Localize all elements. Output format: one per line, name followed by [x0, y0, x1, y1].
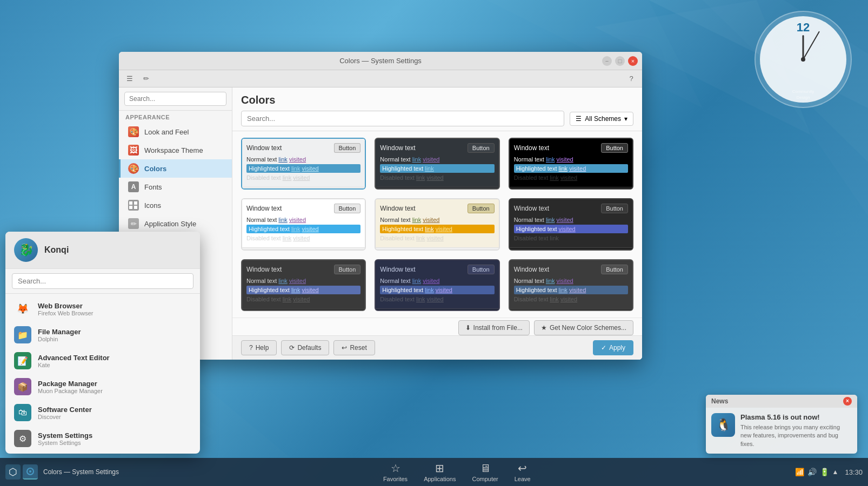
breeze-hc-button[interactable]: Button — [601, 143, 628, 153]
window-title: Colors — System Settings — [123, 57, 638, 65]
taskbar-nav-leave[interactable]: ↩ Leave — [515, 462, 531, 482]
scheme-preview-breeze: Window text Button Normal text link visi… — [242, 139, 365, 187]
maximize-button[interactable]: □ — [615, 56, 625, 66]
close-button[interactable]: × — [628, 56, 638, 66]
kde-menu-item-software-center[interactable]: 🛍 Software Center Discover — [5, 400, 200, 426]
defaults-button[interactable]: ⟳ Defaults — [281, 340, 329, 355]
checkmark-icon: ✓ — [601, 344, 606, 352]
scheme9-highlighted-link: link — [559, 287, 568, 293]
web-browser-icon: 🦊 — [14, 300, 31, 318]
package-manager-text: Package Manager Muon Package Manager — [38, 380, 191, 394]
taskbar-nav-computer[interactable]: 🖥 Computer — [472, 462, 498, 482]
breeze-light-button[interactable]: Button — [334, 204, 361, 213]
kde-menu-item-package-manager[interactable]: 📦 Package Manager Muon Package Manager — [5, 374, 200, 400]
kde-menu-item-file-manager[interactable]: 📁 File Manager Dolphin — [5, 322, 200, 348]
text-editor-subtitle: Kate — [38, 362, 191, 368]
kde-menu-item-web-browser[interactable]: 🦊 Web Browser Firefox Web Browser — [5, 296, 200, 322]
app-launcher-icon[interactable]: ⬡ — [5, 464, 21, 480]
get-new-schemes-button[interactable]: ★ Get New Color Schemes... — [534, 320, 633, 335]
scheme-card-breeze[interactable]: Window text Button Normal text link visi… — [241, 138, 366, 190]
fonts-icon: A — [128, 181, 139, 192]
reset-button[interactable]: ↩ Reset — [333, 340, 375, 355]
taskbar-nav-favorites[interactable]: ☆ Favorites — [383, 462, 408, 482]
scheme7-disabled-link: link — [283, 296, 292, 302]
breeze-button[interactable]: Button — [334, 143, 361, 153]
apply-button[interactable]: ✓ Apply — [593, 340, 633, 355]
notification-close-button[interactable]: × — [843, 397, 852, 406]
software-center-icon: 🛍 — [14, 404, 31, 421]
honeycomb-highlighted: Highlighted text link visited — [380, 225, 494, 233]
breeze-highlighted-visited: visited — [302, 165, 318, 172]
kde-menu-item-text-editor[interactable]: 📝 Advanced Text Editor Kate — [5, 348, 200, 374]
scheme-card-breeze-hc[interactable]: Window text Button Normal text link visi… — [509, 138, 633, 190]
toolbar-help-icon[interactable]: ? — [625, 72, 638, 85]
window-titlebar: Colors — System Settings − □ × — [119, 52, 642, 70]
sidebar-search-input[interactable] — [124, 92, 226, 106]
breeze-highlighted: Highlighted text link visited — [246, 164, 360, 173]
colors-icon: 🎨 — [128, 163, 139, 174]
scheme-card-scheme7[interactable]: Window text Button Normal text link visi… — [241, 259, 366, 311]
system-settings-subtitle: System Settings — [38, 440, 191, 446]
install-label: Install from File... — [473, 324, 523, 332]
tray-network-icon[interactable]: 📶 — [795, 468, 804, 476]
breeze-dark-button[interactable]: Button — [468, 143, 495, 153]
breeze-hc-normal-text: Normal text link visited — [514, 156, 628, 163]
taskbar: ⬡ Colors — System Settings ☆ Favorites ⊞… — [0, 458, 868, 486]
honeycomb-button[interactable]: Button — [468, 204, 495, 213]
breeze-dark-normal-link: link — [412, 156, 422, 163]
sidebar-item-colors[interactable]: 🎨 Colors — [119, 159, 232, 178]
kde-menu-items: 🦊 Web Browser Firefox Web Browser 📁 File… — [5, 294, 200, 454]
scheme7-disabled-visited: visited — [293, 296, 310, 302]
scheme9-button[interactable]: Button — [601, 265, 628, 274]
scheme-card-krita[interactable]: Window text Button Normal text link visi… — [509, 198, 633, 250]
scheme8-button[interactable]: Button — [468, 265, 495, 274]
breeze-light-highlighted-link: link — [291, 226, 301, 232]
kde-menu-item-system-settings[interactable]: ⚙ System Settings System Settings — [5, 426, 200, 451]
scheme-filter-dropdown[interactable]: ☰ All Schemes ▾ — [570, 112, 633, 126]
tray-battery-icon[interactable]: 🔋 — [820, 468, 829, 476]
tray-volume-icon[interactable]: 🔊 — [807, 468, 817, 476]
file-manager-title: File Manager — [38, 328, 191, 336]
scheme8-normal-link: link — [412, 278, 422, 284]
scheme-name-scheme8 — [376, 308, 498, 311]
sidebar-item-fonts[interactable]: A Fonts — [119, 178, 232, 196]
scheme-card-scheme9[interactable]: Window text Button Normal text link visi… — [509, 259, 633, 311]
breeze-hc-window-text: Window text — [514, 144, 549, 152]
sidebar-item-look-and-feel[interactable]: 🎨 Look and Feel — [119, 123, 232, 141]
taskbar-active-window-icon[interactable] — [23, 464, 38, 480]
scheme-card-honeycomb[interactable]: Window text Button Normal text link visi… — [375, 198, 499, 250]
toolbar-edit-icon[interactable]: ✏ — [139, 72, 152, 85]
breeze-disabled: Disabled text link visited — [246, 174, 360, 181]
krita-normal-link: link — [546, 217, 555, 223]
scheme-card-breeze-light[interactable]: Window text Button Normal text link visi… — [241, 198, 366, 250]
clock-label: CommunityDesign — [792, 89, 814, 100]
help-button[interactable]: ? Help — [241, 340, 277, 355]
scheme-name-honeycomb: Honeycomb — [376, 247, 498, 250]
sidebar-item-application-style[interactable]: ✏ Application Style — [119, 214, 232, 233]
sidebar-item-workspace-theme[interactable]: 🖼 Workspace Theme — [119, 141, 232, 159]
scheme-card-breeze-dark[interactable]: Window text Button Normal text link visi… — [375, 138, 499, 190]
honeycomb-disabled-visited: visited — [427, 235, 444, 241]
breeze-light-disabled-link: link — [283, 235, 292, 241]
breeze-dark-disabled-link: link — [416, 174, 425, 181]
kde-menu-search-container — [5, 269, 200, 294]
breeze-light-highlighted: Highlighted text link visited — [246, 225, 360, 233]
kde-menu-search-input[interactable] — [12, 273, 193, 289]
toolbar-menu-icon[interactable]: ☰ — [123, 72, 136, 85]
workspace-theme-icon: 🖼 — [128, 145, 139, 156]
sidebar-item-icons[interactable]: Icons — [119, 196, 232, 214]
software-center-subtitle: Discover — [38, 414, 191, 420]
scheme7-button[interactable]: Button — [334, 265, 361, 274]
scheme8-disabled-visited: visited — [427, 296, 444, 302]
content-search-input[interactable] — [241, 111, 564, 126]
tray-up-arrow-icon[interactable]: ▲ — [832, 468, 839, 476]
scheme-card-scheme8[interactable]: Window text Button Normal text link visi… — [375, 259, 499, 311]
install-from-file-button[interactable]: ⬇ Install from File... — [458, 320, 530, 335]
krita-button[interactable]: Button — [601, 204, 628, 213]
text-editor-text: Advanced Text Editor Kate — [38, 354, 191, 368]
applications-nav-icon: ⊞ — [435, 462, 444, 475]
scheme7-normal-text: Normal text link visited — [246, 278, 360, 284]
taskbar-nav-applications[interactable]: ⊞ Applications — [424, 462, 456, 482]
minimize-button[interactable]: − — [602, 56, 612, 66]
text-editor-title: Advanced Text Editor — [38, 354, 191, 362]
